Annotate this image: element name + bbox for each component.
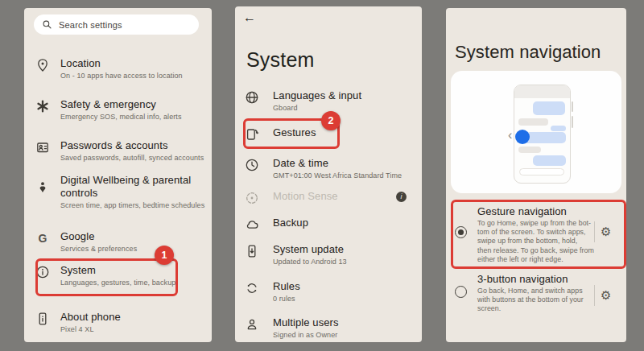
location-icon [33, 57, 52, 72]
item-subtitle: Updated to Android 13 [273, 257, 347, 266]
divider [594, 221, 595, 242]
info-circle-icon [33, 264, 52, 279]
item-subtitle: Pixel 4 XL [60, 324, 121, 334]
settings-screen: Search settings LocationOn - 10 apps hav… [24, 8, 212, 342]
item-title: Google [60, 230, 137, 243]
medical-asterisk-icon [33, 98, 52, 114]
item-subtitle: On - 10 apps have access to location [60, 71, 183, 81]
system-item-date-time[interactable]: Date & timeGMT+01:00 West Africa Standar… [235, 157, 422, 180]
settings-item-google[interactable]: G GoogleServices & preferences [24, 230, 212, 254]
power-button [572, 116, 573, 128]
system-item-system-update[interactable]: System updateUpdated to Android 13 [235, 243, 422, 266]
radio-unselected[interactable] [455, 286, 467, 298]
system-screen: ← System Languages & inputGboard Gesture… [235, 6, 422, 342]
motion-sense-icon [242, 190, 262, 205]
system-item-backup[interactable]: Backup [235, 217, 422, 232]
search-icon [42, 19, 52, 30]
system-item-languages[interactable]: Languages & inputGboard [235, 89, 422, 113]
item-title: About phone [60, 311, 121, 324]
gear-icon[interactable]: ⚙ [601, 225, 611, 238]
phone-header [514, 85, 570, 98]
phone-gesture-icon [242, 126, 262, 142]
google-g-icon: G [33, 230, 52, 246]
item-title: Rules [273, 280, 300, 293]
item-subtitle: Emergency SOS, medical info, alerts [60, 112, 182, 122]
wellbeing-icon [33, 174, 52, 195]
settings-item-safety[interactable]: Safety & emergencyEmergency SOS, medical… [24, 98, 212, 122]
clock-icon [242, 157, 262, 172]
divider [594, 285, 595, 306]
item-title: Date & time [273, 157, 402, 170]
settings-item-passwords[interactable]: Passwords & accountsSaved passwords, aut… [24, 139, 212, 163]
item-title: Location [60, 57, 183, 70]
item-subtitle: 0 rules [273, 294, 300, 304]
phone-info-icon [33, 311, 52, 326]
gear-icon[interactable]: ⚙ [601, 289, 611, 302]
item-subtitle: GMT+01:00 West Africa Standard Time [273, 171, 402, 180]
settings-item-system[interactable]: SystemLanguages, gestures, time, backup [24, 264, 212, 287]
screenshot-stage: Search settings LocationOn - 10 apps hav… [0, 0, 644, 351]
system-item-motion-sense: Motion Sense i [235, 190, 422, 205]
message-input-bar [519, 168, 564, 176]
option-description: To go Home, swipe up from the bot- tom o… [477, 219, 594, 264]
settings-item-wellbeing[interactable]: Digital Wellbeing & parental controlsScr… [24, 174, 212, 210]
back-chevron-icon: ‹ [508, 128, 512, 142]
radio-selected[interactable] [455, 226, 467, 238]
rules-sync-icon [242, 280, 262, 295]
system-item-multiple-users[interactable]: Multiple usersSigned in as Owner [235, 316, 422, 340]
item-subtitle: Gboard [273, 103, 361, 113]
item-subtitle: Signed in as Owner [273, 330, 339, 340]
item-title: Safety & emergency [60, 98, 182, 111]
item-title: Motion Sense [273, 190, 338, 203]
settings-item-about-phone[interactable]: About phonePixel 4 XL [24, 311, 212, 334]
gesture-back-dot [515, 130, 530, 144]
item-title: Digital Wellbeing & parental controls [60, 174, 204, 200]
back-arrow-icon[interactable]: ← [243, 10, 256, 25]
volume-button [572, 101, 573, 112]
chat-bubble [518, 118, 548, 126]
page-title: System [246, 48, 315, 72]
cloud-backup-icon [242, 217, 262, 232]
system-item-rules[interactable]: Rules0 rules [235, 280, 422, 304]
option-title: Gesture navigation [477, 205, 567, 217]
contact-card-icon [33, 139, 52, 155]
person-icon [242, 316, 262, 332]
item-title: Languages & input [273, 89, 361, 102]
step-badge-1: 1 [155, 246, 174, 265]
item-title: System [60, 264, 175, 277]
chat-bubble [518, 147, 541, 153]
item-title: Gestures [273, 126, 316, 139]
item-subtitle: Screen time, app timers, bedtime schedul… [60, 200, 204, 210]
chat-bubble [551, 126, 566, 131]
item-subtitle: Languages, gestures, time, backup [60, 278, 175, 287]
item-subtitle: Services & preferences [60, 244, 137, 254]
search-placeholder: Search settings [59, 20, 122, 30]
search-input[interactable]: Search settings [34, 14, 199, 35]
system-navigation-screen: System navigation ‹ Gesture navigation [446, 8, 626, 342]
step-badge-2: 2 [321, 111, 341, 130]
globe-icon [242, 89, 262, 105]
gesture-illustration-card: ‹ [451, 71, 621, 193]
chat-bubble [533, 101, 565, 115]
info-filled-icon[interactable]: i [396, 192, 407, 202]
item-title: Passwords & accounts [60, 139, 204, 152]
settings-item-location[interactable]: LocationOn - 10 apps have access to loca… [24, 57, 212, 81]
option-description: Go back, Home, and switch apps with butt… [477, 287, 584, 314]
item-title: Multiple users [273, 316, 339, 329]
phone-illustration: ‹ [514, 85, 571, 184]
item-subtitle: Saved passwords, autofill, synced accoun… [60, 153, 204, 163]
page-title: System navigation [455, 42, 601, 63]
option-title: 3-button navigation [477, 273, 568, 285]
item-title: Backup [273, 217, 308, 229]
phone-update-icon [242, 243, 262, 258]
chat-bubble [533, 155, 566, 166]
item-title: System update [273, 243, 347, 256]
